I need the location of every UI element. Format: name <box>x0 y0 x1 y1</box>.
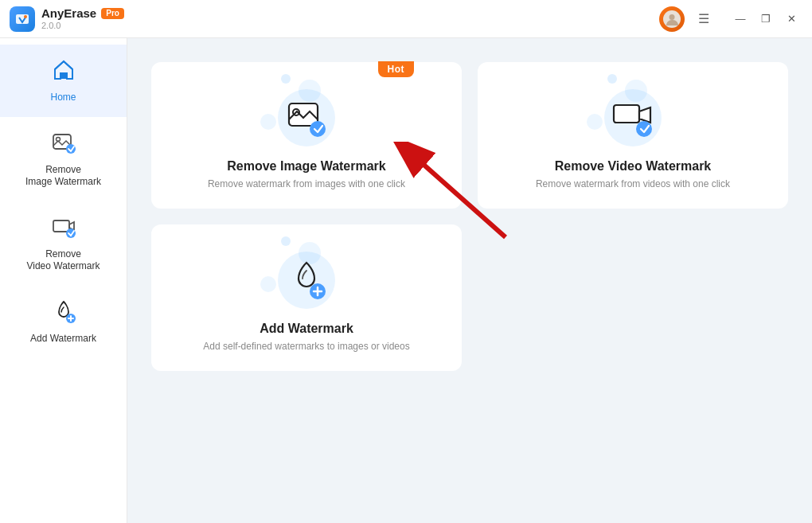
home-icon <box>51 57 76 87</box>
app-name-group: AnyErase Pro 2.0.0 <box>41 6 124 31</box>
pro-badge: Pro <box>101 8 124 19</box>
window-controls: — ❐ ✕ <box>729 8 802 30</box>
remove-image-card-icon <box>286 97 327 139</box>
titlebar-right: ☰ — ❐ ✕ <box>659 6 802 32</box>
sidebar: Home RemoveImage Watermark <box>0 38 127 523</box>
card-add-watermark[interactable]: Add Watermark Add self-defined watermark… <box>151 224 462 371</box>
titlebar: AnyErase Pro 2.0.0 ☰ — ❐ ✕ <box>0 0 812 38</box>
svg-point-18 <box>636 121 652 137</box>
main-layout: Home RemoveImage Watermark <box>0 38 812 523</box>
maximize-button[interactable]: ❐ <box>755 8 777 30</box>
svg-rect-9 <box>53 221 69 232</box>
remove-video-card-icon-wrapper <box>601 86 665 150</box>
remove-video-card-desc: Remove watermark from videos with one cl… <box>536 178 730 189</box>
sidebar-remove-video-label: RemoveVideo Watermark <box>26 248 100 273</box>
close-button[interactable]: ✕ <box>780 8 802 30</box>
hot-badge: Hot <box>378 61 415 77</box>
bottom-cards-grid: Add Watermark Add self-defined watermark… <box>151 224 788 371</box>
remove-image-icon <box>51 130 76 159</box>
sidebar-add-watermark-label: Add Watermark <box>30 333 96 345</box>
add-watermark-card-title: Add Watermark <box>260 322 353 336</box>
card-remove-video[interactable]: Remove Video Watermark Remove watermark … <box>478 62 788 209</box>
sidebar-item-add-watermark[interactable]: Add Watermark <box>0 286 127 358</box>
sidebar-item-remove-image[interactable]: RemoveImage Watermark <box>0 117 127 201</box>
svg-point-14 <box>310 121 326 137</box>
add-watermark-icon <box>51 299 76 328</box>
svg-rect-5 <box>61 74 67 79</box>
svg-point-3 <box>670 14 675 20</box>
remove-image-card-title: Remove Image Watermark <box>227 159 386 174</box>
svg-point-1 <box>24 15 27 18</box>
remove-image-card-icon-wrapper <box>275 86 338 150</box>
sidebar-item-remove-video[interactable]: RemoveVideo Watermark <box>0 201 127 286</box>
remove-video-card-title: Remove Video Watermark <box>555 159 712 174</box>
add-watermark-card-icon <box>286 260 327 301</box>
sidebar-item-home[interactable]: Home <box>0 45 127 117</box>
svg-rect-17 <box>614 105 639 123</box>
minimize-button[interactable]: — <box>729 8 751 30</box>
remove-video-icon <box>51 214 76 244</box>
content-area: Hot Remove Image Wate <box>127 38 812 523</box>
add-watermark-card-desc: Add self-defined watermarks to images or… <box>203 341 409 352</box>
user-avatar-icon[interactable] <box>659 6 685 32</box>
app-logo <box>10 6 35 32</box>
card-remove-image[interactable]: Hot Remove Image Wate <box>151 62 462 209</box>
remove-image-card-desc: Remove watermark from images with one cl… <box>208 178 405 189</box>
remove-video-card-icon <box>612 97 654 139</box>
add-watermark-card-icon-wrapper <box>275 248 338 312</box>
sidebar-remove-image-label: RemoveImage Watermark <box>25 164 101 189</box>
menu-icon[interactable]: ☰ <box>691 6 716 32</box>
sidebar-home-label: Home <box>50 92 76 104</box>
top-cards-grid: Hot Remove Image Wate <box>151 62 788 209</box>
titlebar-left: AnyErase Pro 2.0.0 <box>10 6 124 32</box>
app-version: 2.0.0 <box>41 21 124 31</box>
app-name-text: AnyErase <box>41 6 96 21</box>
